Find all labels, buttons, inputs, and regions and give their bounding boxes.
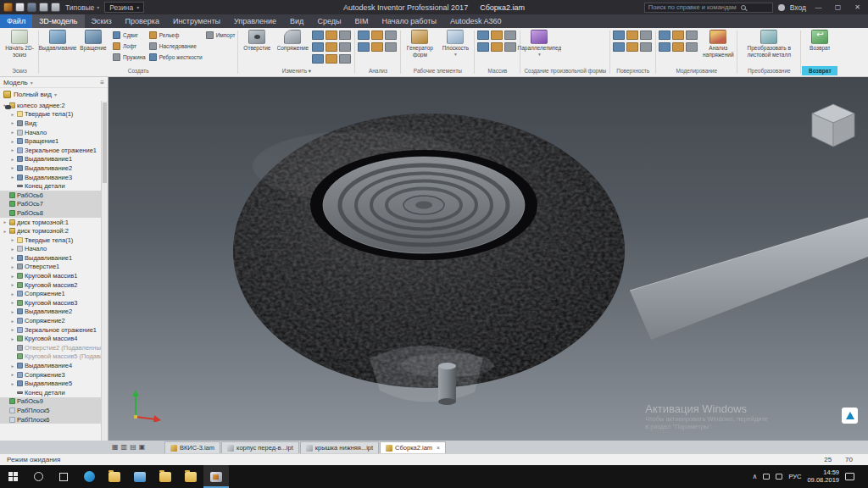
tool-icon[interactable] [339,42,351,52]
arrange-icon[interactable]: ▤ [130,443,136,451]
template-dropdown[interactable]: Типовые▾ [63,3,102,12]
ribbon-tab-7[interactable]: Среды [310,14,348,28]
expand-arrow-icon[interactable]: ▸ [10,112,15,117]
expand-arrow-icon[interactable]: ▸ [10,300,15,305]
maximize-button[interactable] [831,1,845,14]
new-file-icon[interactable] [15,3,25,12]
expand-arrow-icon[interactable]: ▸ [3,229,8,234]
task-view-button[interactable] [51,465,76,488]
ribbon-tab-0[interactable]: Файл [0,14,32,28]
a360-logo[interactable] [842,408,858,424]
tool-icon[interactable] [640,42,652,52]
action-center-icon[interactable] [845,473,854,480]
ribbon-small-button[interactable]: Рельеф [149,30,203,41]
scrollbar-thumb[interactable] [103,103,107,183]
tree-node[interactable]: Конец детали [0,181,101,191]
document-tab[interactable]: Сборка2.iam× [380,441,446,453]
tree-node[interactable]: ▸Круговой массив1 [0,271,101,280]
expand-arrow-icon[interactable]: ▸ [10,157,15,162]
tree-node[interactable]: ▸Круговой массив3 [0,298,101,308]
tree-node[interactable]: ▸Выдавливание4 [0,361,101,370]
ribbon-button-revolve[interactable]: Вращение [75,29,111,53]
ribbon-small-button[interactable]: Ребро жесткости [149,52,203,63]
tool-icon[interactable] [491,30,503,40]
taskbar-app-inventor[interactable] [203,465,229,488]
tree-node[interactable]: ▸Сопряжение2 [0,316,101,325]
ribbon-button-shapegen[interactable]: Генератор форм [402,29,437,58]
expand-arrow-icon[interactable]: ▸ [10,175,15,180]
ribbon-button-sheetmetal[interactable]: Преобразовать в листовой металл [738,29,799,58]
tree-node[interactable]: ▸Выдавливание5 [0,379,101,388]
ribbon-small-button[interactable]: Наследование [149,41,203,52]
signin-button[interactable]: Вход [790,3,806,12]
minimize-button[interactable] [811,1,826,14]
expand-arrow-icon[interactable]: ▸ [10,255,15,260]
tree-node[interactable]: ▸Вид: [0,119,101,128]
tree-node[interactable]: ▸Круговой массив2 [0,280,101,290]
tool-icon[interactable] [504,30,516,40]
viewport[interactable]: Активация Windows Чтобы активировать Win… [108,77,868,441]
ribbon-tab-6[interactable]: Вид [283,14,310,28]
tool-icon[interactable] [672,30,684,40]
expand-arrow-icon[interactable]: ▸ [10,282,15,287]
tree-node[interactable]: ▸Твердые тела(1) [0,236,101,245]
expand-arrow-icon[interactable]: ▸ [10,130,15,135]
tree-node[interactable]: ▸Твердые тела(1) [0,110,101,119]
tool-icon[interactable] [686,42,698,52]
tool-icon[interactable] [312,30,324,40]
network-icon[interactable] [763,474,770,480]
taskbar-app-edge[interactable] [76,465,102,488]
tree-node[interactable]: РабОсь9 [0,397,101,407]
tree-node[interactable]: ▸диск тормозной:1 [0,218,101,227]
ribbon-tab-4[interactable]: Инструменты [166,14,227,28]
tool-icon[interactable] [659,30,670,40]
ribbon-tab-8[interactable]: BIM [348,14,375,28]
browser-scrollbar[interactable] [101,101,108,441]
ribbon-small-button[interactable]: Сдвиг [113,30,146,41]
tree-node[interactable]: РабОсь8 [0,208,101,218]
tree-node[interactable]: РабПлоск6 [0,415,101,424]
chevron-down-icon[interactable]: ▾ [31,80,33,86]
taskbar-app-explorer[interactable] [127,465,153,488]
expand-arrow-icon[interactable]: ▸ [10,165,15,170]
expand-arrow-icon[interactable]: ▸ [10,147,15,152]
tile-vertical-icon[interactable]: ▥ [121,443,128,451]
tree-node[interactable]: Круговой массив5 (Подавленный) [0,352,101,362]
switch-doc-icon[interactable]: ▣ [139,443,146,451]
tree-node[interactable]: ▸Выдавливание2 [0,308,101,317]
expand-arrow-icon[interactable]: ▸ [10,264,15,269]
ribbon-tab-2[interactable]: Эскиз [85,14,119,28]
taskbar-app-folder[interactable] [102,465,127,488]
ribbon-button-plane[interactable]: Плоскость▾ [437,29,473,58]
tool-icon[interactable] [640,30,652,40]
redo-icon[interactable] [51,3,60,12]
expand-arrow-icon[interactable]: ▸ [10,291,15,297]
ribbon-small-button[interactable]: Импорт [206,30,236,41]
tool-icon[interactable] [326,54,337,64]
tree-node[interactable]: ▸Отверстие1 [0,263,101,272]
tree-node[interactable]: ▸Выдавливание2 [0,164,101,173]
tool-icon[interactable] [326,42,337,52]
tool-icon[interactable] [385,30,397,40]
ribbon-tab-5[interactable]: Управление [227,14,283,28]
tool-icon[interactable] [371,30,383,40]
close-tab-icon[interactable]: × [437,445,440,451]
browser-panel-title[interactable]: Модель [3,79,28,86]
document-tab[interactable]: крышка нижняя...ipt [300,441,379,453]
tool-icon[interactable] [339,30,351,40]
tree-node[interactable]: ▸Начало [0,128,101,137]
tree-node[interactable]: ▸Выдавливание3 [0,173,101,182]
material-dropdown[interactable]: Резина▾ [104,2,144,13]
tool-icon[interactable] [339,54,351,64]
view-cube[interactable] [810,103,856,150]
3d-scene[interactable] [108,77,868,441]
taskbar-app-folder3[interactable] [178,465,203,488]
tool-icon[interactable] [626,30,638,40]
language-indicator[interactable]: РУС [788,473,801,480]
tool-icon[interactable] [491,42,503,52]
tool-icon[interactable] [686,30,698,40]
ribbon-tab-10[interactable]: Autodesk A360 [443,14,509,28]
tree-node[interactable]: ▸Начало [0,245,101,254]
tool-icon[interactable] [504,42,516,52]
save-icon[interactable] [27,3,36,12]
